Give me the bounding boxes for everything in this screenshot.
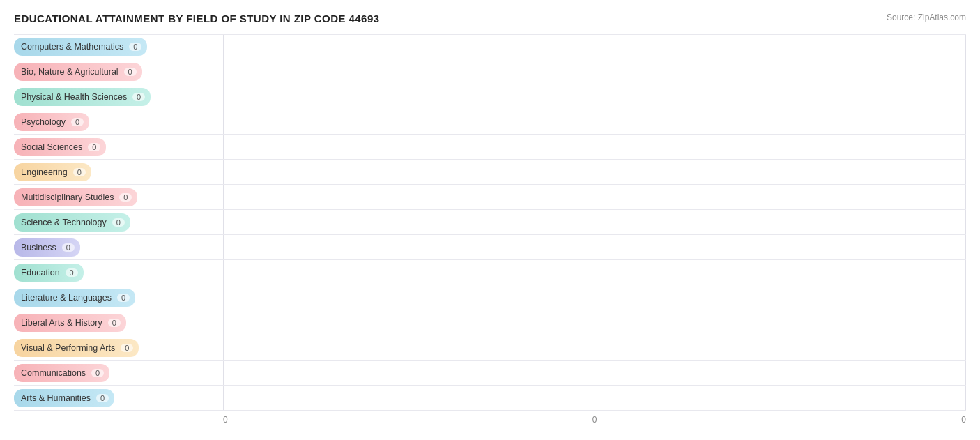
bar-row: Psychology0	[14, 109, 966, 135]
bar-row: Literature & Languages0	[14, 285, 966, 310]
bar-pill: Physical & Health Sciences0	[14, 88, 151, 106]
page: EDUCATIONAL ATTAINMENT BY FIELD OF STUDY…	[0, 0, 980, 440]
bar-value: 0	[132, 93, 145, 101]
label-area: Social Sciences0	[14, 138, 223, 156]
bar-label: Liberal Arts & History	[21, 318, 102, 328]
x-axis-label-2: 0	[592, 415, 597, 425]
bar-label: Computers & Mathematics	[21, 42, 123, 52]
bar-pill: Bio, Nature & Agricultural0	[14, 63, 142, 81]
bar-row: Physical & Health Sciences0	[14, 84, 966, 109]
bar-label: Visual & Performing Arts	[21, 343, 115, 353]
bar-pill: Literature & Languages0	[14, 289, 135, 307]
chart-title: EDUCATIONAL ATTAINMENT BY FIELD OF STUDY…	[14, 13, 380, 24]
bar-value: 0	[96, 394, 109, 402]
bar-value: 0	[112, 218, 125, 227]
bar-pill: Multidisciplinary Studies0	[14, 188, 137, 206]
x-axis-label-3: 0	[961, 415, 966, 425]
bar-value: 0	[66, 268, 78, 277]
bar-row: Social Sciences0	[14, 135, 966, 160]
x-axis-labels: 0 0 0	[223, 411, 966, 425]
bar-row: Liberal Arts & History0	[14, 310, 966, 335]
label-area: Science & Technology0	[14, 213, 223, 232]
bar-pill: Engineering0	[14, 163, 91, 181]
bar-row: Multidisciplinary Studies0	[14, 185, 966, 210]
bar-pill: Science & Technology0	[14, 213, 130, 232]
label-area: Psychology0	[14, 113, 223, 131]
bar-label: Physical & Health Sciences	[21, 92, 127, 102]
bar-label: Social Sciences	[21, 142, 82, 152]
bar-label: Engineering	[21, 167, 68, 177]
label-area: Education0	[14, 264, 223, 282]
label-area: Literature & Languages0	[14, 289, 223, 307]
bar-value: 0	[119, 193, 132, 202]
bar-value: 0	[91, 369, 104, 377]
bar-pill: Social Sciences0	[14, 138, 106, 156]
bar-row: Engineering0	[14, 160, 966, 185]
bar-label: Literature & Languages	[21, 293, 112, 303]
bar-label: Business	[21, 243, 56, 252]
label-area: Bio, Nature & Agricultural0	[14, 63, 223, 81]
bar-row: Business0	[14, 235, 966, 260]
bar-pill: Computers & Mathematics0	[14, 38, 147, 56]
source-text: Source: ZipAtlas.com	[887, 13, 966, 22]
label-area: Engineering0	[14, 163, 223, 181]
bar-label: Science & Technology	[21, 218, 107, 227]
bar-label: Psychology	[21, 117, 66, 127]
label-area: Visual & Performing Arts0	[14, 339, 223, 357]
bar-label: Multidisciplinary Studies	[21, 192, 114, 202]
bar-row: Education0	[14, 260, 966, 285]
bar-value: 0	[62, 243, 75, 252]
label-area: Liberal Arts & History0	[14, 314, 223, 332]
bar-row: Science & Technology0	[14, 210, 966, 235]
bar-row: Arts & Humanities0	[14, 386, 966, 411]
x-axis-label-1: 0	[223, 415, 228, 425]
chart-inner: Computers & Mathematics0Bio, Nature & Ag…	[14, 34, 966, 411]
bar-row: Communications0	[14, 361, 966, 386]
chart-body: Computers & Mathematics0Bio, Nature & Ag…	[14, 34, 966, 411]
bar-value: 0	[73, 168, 86, 176]
bar-value: 0	[117, 294, 130, 302]
bar-row: Computers & Mathematics0	[14, 34, 966, 59]
label-area: Arts & Humanities0	[14, 389, 223, 407]
bar-label: Education	[21, 268, 60, 278]
bar-pill: Arts & Humanities0	[14, 389, 114, 407]
bar-pill: Communications0	[14, 364, 109, 382]
bar-row: Visual & Performing Arts0	[14, 335, 966, 361]
bar-row: Bio, Nature & Agricultural0	[14, 59, 966, 84]
bar-value: 0	[108, 319, 121, 327]
bar-pill: Liberal Arts & History0	[14, 314, 126, 332]
label-area: Communications0	[14, 364, 223, 382]
bar-label: Bio, Nature & Agricultural	[21, 67, 118, 77]
bar-value: 0	[129, 43, 141, 51]
label-area: Physical & Health Sciences0	[14, 88, 223, 106]
label-area: Business0	[14, 238, 223, 257]
bar-label: Arts & Humanities	[21, 393, 91, 403]
bar-value: 0	[121, 344, 133, 352]
bar-value: 0	[124, 68, 137, 76]
bar-pill: Visual & Performing Arts0	[14, 339, 139, 357]
header-row: EDUCATIONAL ATTAINMENT BY FIELD OF STUDY…	[14, 13, 966, 24]
bar-label: Communications	[21, 368, 86, 378]
bar-value: 0	[71, 118, 84, 126]
label-area: Multidisciplinary Studies0	[14, 188, 223, 206]
bar-pill: Psychology0	[14, 113, 89, 131]
label-area: Computers & Mathematics0	[14, 38, 223, 56]
bar-pill: Education0	[14, 264, 84, 282]
bar-pill: Business0	[14, 238, 80, 257]
bar-value: 0	[88, 143, 100, 151]
